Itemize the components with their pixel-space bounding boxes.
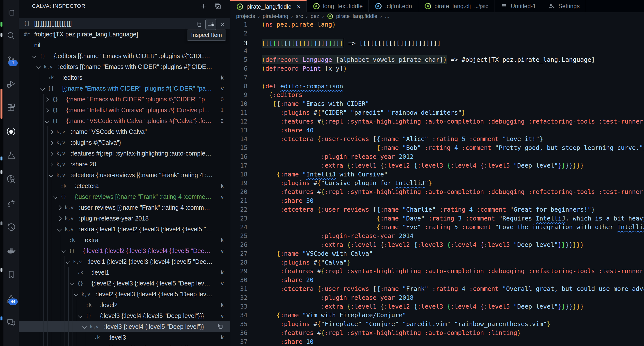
activity-item-timeline[interactable] [4, 215, 19, 239]
code-line[interactable]: 24 {:name "Eve" :rating 5 :comment "Love… [230, 223, 644, 232]
tree-row[interactable]: :k:level2k [19, 299, 230, 310]
code-line[interactable]: 20 :features #{:repl :syntax-highlightin… [230, 188, 644, 196]
code-line[interactable]: 18 {:name "IntelliJ with Cursive" [230, 170, 644, 179]
tree-row[interactable]: :k:editorsk [19, 72, 230, 83]
code-line[interactable]: 32 :plugin-release-year 2018 [230, 293, 644, 302]
close-icon[interactable] [218, 20, 227, 29]
chevron-down-icon[interactable] [44, 119, 49, 123]
activity-item-problems[interactable]: 44 [4, 286, 19, 310]
code-line[interactable]: 2 [230, 29, 644, 38]
activity-item-comments[interactable] [4, 310, 19, 334]
code-line[interactable]: 37 :share 10 [230, 337, 644, 346]
activity-item-gitlens[interactable] [4, 167, 19, 191]
code-line[interactable]: 26 :extra {:level1 {:level2 {:level3 {:l… [230, 240, 644, 249]
chevron-down-icon[interactable] [49, 173, 53, 177]
copy-icon[interactable] [217, 323, 224, 330]
tree-row[interactable]: [][{:name "Emacs with CIDER" :plugins #{… [19, 83, 230, 94]
code-line[interactable]: 28 :plugins #{"Calva"} [230, 258, 644, 267]
add-inspector-icon[interactable] [200, 2, 208, 10]
chevron-right-icon[interactable] [49, 130, 53, 134]
code-line[interactable]: 8(def editor-comparison [230, 82, 644, 91]
code-line[interactable]: 27 {:name "VSCode with Calva" [230, 249, 644, 258]
tab-untitled-1[interactable]: Untitled-1 [494, 0, 542, 12]
tree-row[interactable]: {}{:level2 {:level3 {:level4 {:level5 "D… [19, 278, 230, 289]
breadcrumb-item[interactable]: pez [310, 13, 319, 20]
tree-row[interactable]: k,v:editors [{:name "Emacs with CIDER" :… [19, 61, 230, 72]
code-line[interactable]: 23 {:name "Dave" :rating 3 :comment "Req… [230, 214, 644, 223]
tree-row[interactable]: :k:etceterak [19, 180, 230, 191]
tree-row[interactable]: k,v:level2 {:level3 {:level4 {:level5 "D… [19, 289, 230, 299]
tree-row[interactable]: k,v:share 20 [19, 159, 230, 170]
chevron-right-icon[interactable] [57, 205, 62, 210]
code-line[interactable]: 36 :features #{:repl :syntax-highlightin… [230, 328, 644, 337]
tree-row[interactable]: {}{:name "IntelliJ with Cursive" :plugin… [19, 105, 230, 115]
code-line[interactable]: 4 [230, 47, 644, 55]
activity-item-run-debug[interactable] [4, 72, 19, 96]
tree-row[interactable]: [][[[[[[[[[[[]]]]]]]]]]] [19, 18, 230, 29]
inspect-item-icon[interactable] [206, 19, 216, 30]
tree-row[interactable]: k,v:level1 {:level2 {:level3 {:level4 {:… [19, 256, 230, 267]
tree-row[interactable]: k,v:plugins #{"Calva"} [19, 137, 230, 148]
code-line[interactable]: 22 :etcetera {:user-reviews [{:name "Cha… [230, 205, 644, 214]
chevron-down-icon[interactable] [66, 259, 70, 264]
chevron-down-icon[interactable] [36, 65, 40, 69]
tab-long-text-fiddle[interactable]: long_text.fiddle [307, 0, 369, 12]
chevron-down-icon[interactable] [82, 324, 86, 329]
chevron-right-icon[interactable] [57, 216, 62, 221]
activity-item-extensions[interactable] [4, 96, 19, 119]
chevron-right-icon[interactable] [44, 97, 49, 102]
chevron-right-icon[interactable] [49, 141, 53, 145]
tree-row[interactable]: nil [19, 40, 230, 51]
tree-row[interactable]: {}{:level3 {:level4 {:level5 "Deep level… [19, 310, 230, 321]
activity-item-docker[interactable] [4, 239, 19, 263]
code-line[interactable]: 1(ns pez.pirate-lang) [230, 20, 644, 29]
tab-settings[interactable]: Settings [542, 0, 586, 12]
code-line[interactable]: 19 :plugins #{"Cursive plugin for Intell… [230, 179, 644, 188]
code-line[interactable]: 31 :etcetera {:user-reviews [{:name "Fra… [230, 284, 644, 293]
tab-pirate-lang-clj[interactable]: pirate_lang.clj.../pez [418, 0, 494, 12]
tree-row[interactable]: {}{:name "VSCode with Calva" :plugins #{… [19, 115, 230, 126]
tree-row[interactable]: k,v:plugin-release-year 2018 [19, 213, 230, 224]
copy-icon[interactable] [194, 20, 204, 29]
tree-row[interactable]: k,v:etcetera {:user-reviews [{:name "Fra… [19, 170, 230, 180]
activity-item-calva[interactable] [4, 119, 19, 143]
code-line[interactable]: 5(defrecord Language [alphabet vowels pi… [230, 55, 644, 64]
chevron-down-icon[interactable] [74, 292, 78, 296]
code-line[interactable]: 29 :features #{:repl :syntax-highlightin… [230, 267, 644, 276]
tree-row[interactable]: {}{:level4 {:level5 "Deep level"}} [19, 343, 230, 346]
chevron-right-icon[interactable] [49, 162, 53, 167]
chevron-down-icon[interactable] [40, 86, 45, 91]
chevron-right-icon[interactable] [49, 151, 53, 156]
activity-item-testing[interactable] [4, 143, 19, 167]
activity-item-bookmarks[interactable] [4, 263, 19, 286]
chevron-down-icon[interactable] [57, 227, 62, 231]
code-line[interactable]: 25 :plugin-release-year 2014 [230, 232, 644, 240]
tree-row[interactable]: :k:level3k [19, 332, 230, 343]
breadcrumb-item[interactable]: projects [236, 13, 255, 20]
chevron-down-icon[interactable] [78, 313, 82, 318]
tab--cljfmt-edn[interactable]: .cljfmt.edn [369, 0, 418, 12]
code-line[interactable]: 33 :extra {:level1 {:level2 {:level3 {:l… [230, 302, 644, 311]
breadcrumb-item[interactable]: ... [385, 13, 390, 20]
chevron-right-icon[interactable] [44, 108, 49, 113]
code-line[interactable]: 3[[[[[[[[[[[]]]]]]]]]]] => [[[[[[[[[[[]]… [230, 38, 644, 47]
code-line[interactable]: 14 :etcetera {:user-reviews [{:name "Ali… [230, 135, 644, 143]
tree-row[interactable]: :k:extrak [19, 234, 230, 245]
code-line[interactable]: 10 [{:name "Emacs with CIDER" [230, 99, 644, 108]
tree-row[interactable]: k,v:name "VSCode with Calva" [19, 126, 230, 137]
tree-row[interactable]: k,v:user-reviews [{:name "Frank" :rating… [19, 202, 230, 213]
code-line[interactable]: 6(defrecord Point [x y]) [230, 64, 644, 73]
activity-item-source-control[interactable]: 1 [4, 48, 19, 72]
code-line[interactable]: 11 :plugins #{"CIDER" "paredit" "rainbow… [230, 108, 644, 117]
code-line[interactable]: 35 :plugins #{"Fireplace" "Conjure" "par… [230, 320, 644, 328]
activity-item-joyride[interactable] [4, 191, 19, 215]
breadcrumb-item[interactable]: pirate_lang.fiddle [336, 13, 378, 20]
chevron-down-icon[interactable] [53, 194, 57, 199]
tree-row[interactable]: {}{:name "Emacs with CIDER" :plugins #{"… [19, 94, 230, 105]
tree-row[interactable]: {}{:editors [{:name "Emacs with CIDER" :… [19, 51, 230, 61]
code-line[interactable]: 30 :share 20 [230, 276, 644, 284]
tab-close-icon[interactable]: × [297, 4, 300, 10]
tab-pirate-lang-fiddle[interactable]: pirate_lang.fiddle× [230, 0, 307, 12]
breadcrumb[interactable]: projects›pirate-lang›src›pez›pirate_lang… [230, 12, 644, 20]
open-in-editor-icon[interactable] [214, 2, 222, 10]
